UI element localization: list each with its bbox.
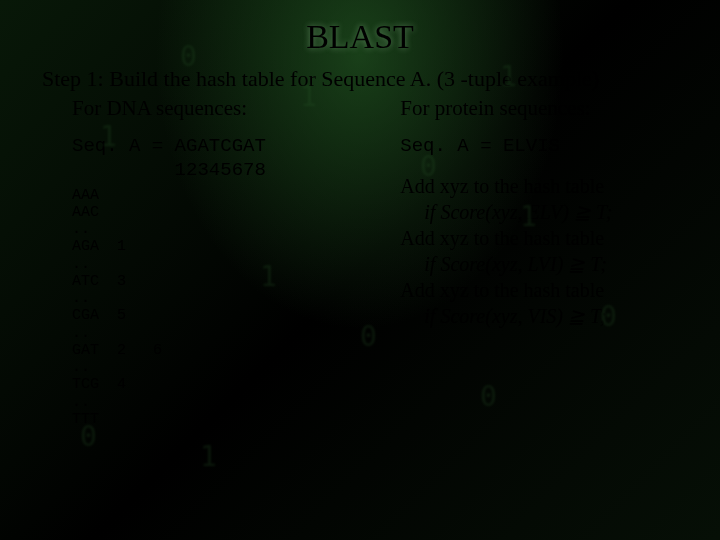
protein-rule-condition: if Score(xyz, LVI) ≧ T; — [400, 251, 688, 277]
dna-sequence-index: 12345678 — [72, 159, 392, 183]
protein-sequence-label: Seq. A = ELVIS — [400, 135, 688, 159]
protein-subheading: For protein sequences: — [400, 96, 688, 121]
protein-rule-condition: if Score(xyz, VIS) ≧ T; — [400, 303, 688, 329]
dna-subheading: For DNA sequences: — [72, 96, 392, 121]
step-heading: Step 1: Build the hash table for Sequenc… — [0, 56, 720, 96]
page-title: BLAST — [0, 0, 720, 56]
dna-hash-table: AAA AAC .. AGA 1 .. ATC 3 .. CGA 5 .. GA… — [72, 187, 392, 429]
protein-rule-lead: Add xyz to the hash table — [400, 173, 688, 199]
protein-rule-condition: if Score(xyz, ELV) ≧ T; — [400, 199, 688, 225]
protein-rule-lead: Add xyz to the hash table — [400, 225, 688, 251]
dna-sequence-label: Seq. A = AGATCGAT — [72, 135, 392, 159]
two-column-layout: For DNA sequences: Seq. A = AGATCGAT 123… — [0, 96, 720, 428]
dna-column: For DNA sequences: Seq. A = AGATCGAT 123… — [72, 96, 392, 428]
protein-column: For protein sequences: Seq. A = ELVIS Ad… — [392, 96, 688, 428]
protein-rule-lead: Add xyz to the hash table — [400, 277, 688, 303]
protein-rules: Add xyz to the hash tableif Score(xyz, E… — [400, 173, 688, 329]
